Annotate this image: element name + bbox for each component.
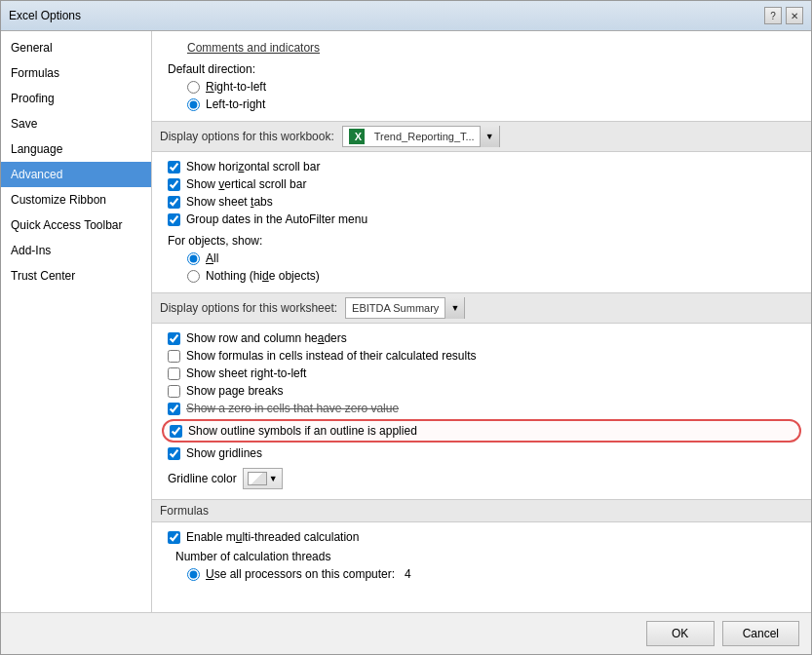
show-sheet-rtl-checkbox[interactable] <box>168 367 180 380</box>
show-outline-symbols-label: Show outline symbols if an outline is ap… <box>188 424 417 438</box>
scrollable-content[interactable]: Comments and indicators Default directio… <box>152 31 811 612</box>
show-gridlines-row[interactable]: Show gridlines <box>168 444 795 462</box>
ok-button[interactable]: OK <box>646 621 715 646</box>
dialog-title: Excel Options <box>9 9 81 22</box>
show-formulas-label: Show formulas in cells instead of their … <box>186 349 476 363</box>
workbook-section-title: Display options for this workbook: <box>160 130 334 143</box>
enable-multithreaded-row[interactable]: Enable multi-threaded calculation <box>168 528 795 546</box>
comments-indicators-label: Comments and indicators <box>187 39 795 57</box>
sidebar-item-advanced[interactable]: Advanced <box>1 162 151 187</box>
show-sheet-tabs-label: Show sheet tabs <box>186 195 273 209</box>
title-bar: Excel Options ? ✕ <box>1 1 811 31</box>
worksheet-dropdown-button[interactable]: ▼ <box>445 297 464 319</box>
threads-label-row: Number of calculation threads <box>175 548 795 565</box>
show-sheet-rtl-label: Show sheet right-to-left <box>186 366 306 380</box>
group-dates-checkbox[interactable] <box>168 213 180 226</box>
show-sheet-rtl-row[interactable]: Show sheet right-to-left <box>168 365 795 382</box>
for-objects-label: For objects, show: <box>168 232 795 250</box>
left-to-right-option[interactable]: Left-to-right <box>187 96 795 113</box>
swatch-dropdown-arrow: ▼ <box>269 474 278 483</box>
workbook-dropdown-value: X Trend_Reporting_T... <box>343 129 480 144</box>
show-zero-label: Show a zero in cells that have zero valu… <box>186 402 399 415</box>
help-button[interactable]: ? <box>764 7 782 24</box>
all-objects-radio[interactable] <box>187 252 200 265</box>
show-horizontal-scrollbar-label: Show horizontal scroll bar <box>186 160 320 173</box>
sidebar-item-save[interactable]: Save <box>1 111 151 136</box>
show-outline-symbols-checkbox[interactable] <box>170 425 182 438</box>
workbook-dropdown-button[interactable]: ▼ <box>480 126 499 147</box>
show-zero-row[interactable]: Show a zero in cells that have zero valu… <box>168 400 795 417</box>
show-page-breaks-row[interactable]: Show page breaks <box>168 382 795 400</box>
show-page-breaks-checkbox[interactable] <box>168 385 180 398</box>
formulas-section-header: Formulas <box>152 499 811 522</box>
show-vertical-scrollbar-row[interactable]: Show vertical scroll bar <box>168 175 795 193</box>
show-zero-checkbox[interactable] <box>168 403 180 415</box>
show-horizontal-scrollbar-row[interactable]: Show horizontal scroll bar <box>168 158 795 175</box>
show-sheet-tabs-checkbox[interactable] <box>168 196 180 209</box>
excel-icon: X <box>349 129 365 144</box>
use-all-processors-row[interactable]: Use all processors on this computer: 4 <box>187 565 795 583</box>
worksheet-dropdown[interactable]: EBITDA Summary ▼ <box>345 297 465 319</box>
use-all-processors-label: Use all processors on this computer: <box>206 567 395 581</box>
sidebar-item-customize-ribbon[interactable]: Customize Ribbon <box>1 187 151 212</box>
show-page-breaks-label: Show page breaks <box>186 384 283 398</box>
right-to-left-option[interactable]: Right-to-left <box>187 78 795 96</box>
show-formulas-checkbox[interactable] <box>168 350 180 363</box>
sidebar-item-quick-access-toolbar[interactable]: Quick Access Toolbar <box>1 212 151 238</box>
nothing-objects-option[interactable]: Nothing (hide objects) <box>187 267 795 285</box>
left-to-right-label: Left-to-right <box>206 97 265 111</box>
right-to-left-label: Right-to-left <box>206 80 266 94</box>
excel-options-dialog: Excel Options ? ✕ GeneralFormulasProofin… <box>0 0 812 655</box>
sidebar-item-language[interactable]: Language <box>1 136 151 162</box>
sidebar-item-general[interactable]: General <box>1 35 151 60</box>
show-row-column-headers-label: Show row and column headers <box>186 331 347 345</box>
workbook-section-header: Display options for this workbook: X Tre… <box>152 121 811 152</box>
processor-count: 4 <box>405 567 411 581</box>
gridline-color-row: Gridline color ▼ <box>168 466 795 491</box>
show-vertical-scrollbar-checkbox[interactable] <box>168 178 180 191</box>
dialog-footer: OK Cancel <box>1 612 811 654</box>
gridline-color-button[interactable]: ▼ <box>243 468 283 489</box>
group-dates-row[interactable]: Group dates in the AutoFilter menu <box>168 211 795 228</box>
left-to-right-radio[interactable] <box>187 98 200 111</box>
gridline-color-label: Gridline color <box>168 472 237 485</box>
show-gridlines-label: Show gridlines <box>186 446 262 460</box>
all-objects-label: All <box>206 251 218 265</box>
show-row-column-headers-row[interactable]: Show row and column headers <box>168 329 795 347</box>
sidebar: GeneralFormulasProofingSaveLanguageAdvan… <box>1 31 152 612</box>
worksheet-section-title: Display options for this worksheet: <box>160 301 337 315</box>
threads-label: Number of calculation threads <box>175 550 330 563</box>
use-all-processors-radio[interactable] <box>187 568 200 581</box>
show-row-column-headers-checkbox[interactable] <box>168 332 180 345</box>
group-dates-label: Group dates in the AutoFilter menu <box>186 212 367 226</box>
all-objects-option[interactable]: All <box>187 250 795 267</box>
default-direction-label: Default direction: <box>168 60 795 78</box>
workbook-dropdown[interactable]: X Trend_Reporting_T... ▼ <box>342 126 500 147</box>
show-formulas-row[interactable]: Show formulas in cells instead of their … <box>168 347 795 365</box>
content-area: Comments and indicators Default directio… <box>152 31 811 612</box>
close-button[interactable]: ✕ <box>786 7 803 24</box>
show-sheet-tabs-row[interactable]: Show sheet tabs <box>168 193 795 211</box>
show-outline-symbols-row[interactable]: Show outline symbols if an outline is ap… <box>162 419 801 443</box>
sidebar-item-trust-center[interactable]: Trust Center <box>1 263 151 289</box>
title-bar-controls: ? ✕ <box>764 7 803 24</box>
enable-multithreaded-label: Enable multi-threaded calculation <box>186 530 359 544</box>
sidebar-item-proofing[interactable]: Proofing <box>1 86 151 111</box>
right-to-left-radio[interactable] <box>187 81 200 94</box>
show-gridlines-checkbox[interactable] <box>168 447 180 460</box>
cancel-button[interactable]: Cancel <box>722 621 799 646</box>
color-swatch <box>248 472 267 485</box>
dialog-body: GeneralFormulasProofingSaveLanguageAdvan… <box>1 31 811 612</box>
sidebar-item-add-ins[interactable]: Add-Ins <box>1 238 151 263</box>
worksheet-dropdown-value: EBITDA Summary <box>346 302 445 314</box>
nothing-objects-label: Nothing (hide objects) <box>206 269 320 283</box>
show-horizontal-scrollbar-checkbox[interactable] <box>168 161 180 173</box>
nothing-objects-radio[interactable] <box>187 270 200 283</box>
enable-multithreaded-checkbox[interactable] <box>168 531 180 544</box>
show-vertical-scrollbar-label: Show vertical scroll bar <box>186 177 306 191</box>
sidebar-item-formulas[interactable]: Formulas <box>1 60 151 86</box>
worksheet-section-header: Display options for this worksheet: EBIT… <box>152 292 811 324</box>
